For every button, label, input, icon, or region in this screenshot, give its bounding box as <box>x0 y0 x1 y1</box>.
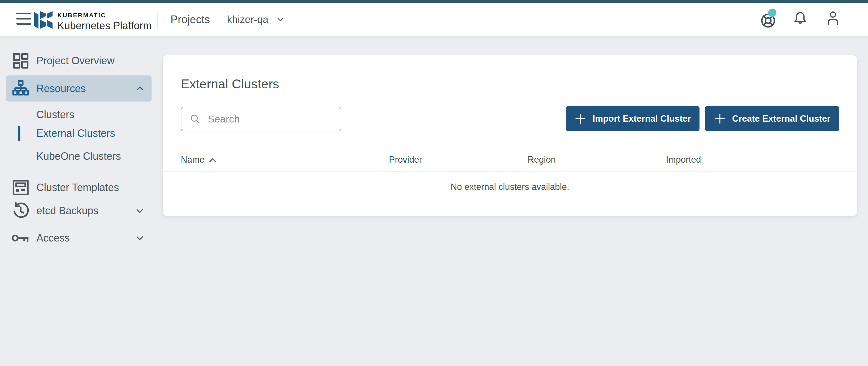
sort-asc-icon <box>209 157 217 164</box>
create-external-cluster-button[interactable]: Create External Cluster <box>705 106 839 131</box>
sidebar-item-access[interactable]: Access <box>6 225 152 251</box>
external-clusters-card: External Clusters Import External Cluste… <box>163 55 857 216</box>
project-selector-value: khizer-qa <box>227 14 268 25</box>
plus-icon <box>714 113 726 125</box>
column-header-provider: Provider <box>389 155 528 165</box>
kubermatic-logo[interactable] <box>33 11 54 29</box>
key-icon <box>11 229 30 247</box>
projects-nav-link[interactable]: Projects <box>170 3 210 36</box>
column-header-name[interactable]: Name <box>181 155 389 165</box>
chevron-down-icon <box>276 15 285 24</box>
column-header-imported: Imported <box>666 155 857 165</box>
chevron-up-icon <box>135 84 145 94</box>
button-label: Create External Cluster <box>732 113 831 124</box>
sidebar-label: KubeOne Clusters <box>36 150 121 162</box>
plus-icon <box>575 113 586 125</box>
empty-state-message: No external clusters available. <box>163 172 857 216</box>
sidebar-item-resources[interactable]: Resources <box>6 75 152 102</box>
sidebar-label: External Clusters <box>36 127 115 139</box>
header-divider <box>157 11 158 29</box>
active-item-indicator <box>18 126 20 141</box>
search-icon <box>189 113 201 125</box>
search-input[interactable] <box>208 113 334 125</box>
sidebar-item-cluster-templates[interactable]: Cluster Templates <box>6 175 152 200</box>
top-accent-strip <box>0 0 868 3</box>
page-title: External Clusters <box>181 76 279 92</box>
sitemap-icon <box>11 79 30 98</box>
sidebar-label: etcd Backups <box>36 205 98 217</box>
sidebar-item-project-overview[interactable]: Project Overview <box>6 48 152 74</box>
sidebar-item-kubeone-clusters[interactable]: KubeOne Clusters <box>0 145 155 167</box>
sidebar-label: Access <box>36 232 70 244</box>
button-label: Import External Cluster <box>593 113 691 124</box>
history-icon <box>11 202 30 220</box>
dashboard-icon <box>11 52 30 70</box>
brand-subtitle: Kubernetes Platform <box>57 20 152 32</box>
sidebar-label: Project Overview <box>36 55 115 67</box>
app-header: KUBERMATIC Kubernetes Platform Projects … <box>0 3 868 36</box>
sidebar-label: Cluster Templates <box>36 181 119 194</box>
column-header-region: Region <box>528 155 666 165</box>
sidebar-item-etcd-backups[interactable]: etcd Backups <box>6 198 152 224</box>
notification-badge-dot <box>768 9 776 17</box>
sidebar-label: Resources <box>36 82 86 95</box>
template-icon <box>11 178 30 197</box>
sidebar-item-external-clusters[interactable]: External Clusters <box>0 123 155 144</box>
table-header-row: Name Provider Region Imported <box>163 148 857 171</box>
brand-name: KUBERMATIC <box>57 12 152 19</box>
chevron-down-icon <box>135 233 145 243</box>
brand-text: KUBERMATIC Kubernetes Platform <box>57 12 152 32</box>
hamburger-menu-icon[interactable] <box>17 12 31 25</box>
chevron-down-icon <box>135 206 145 216</box>
user-icon[interactable] <box>826 11 840 26</box>
sidebar-label: Clusters <box>36 109 74 121</box>
sidebar: Project Overview Resources Clusters Exte… <box>0 36 155 366</box>
project-selector[interactable]: khizer-qa <box>227 3 285 36</box>
bell-icon[interactable] <box>793 11 808 26</box>
import-external-cluster-button[interactable]: Import External Cluster <box>566 106 700 131</box>
search-box <box>181 107 341 131</box>
